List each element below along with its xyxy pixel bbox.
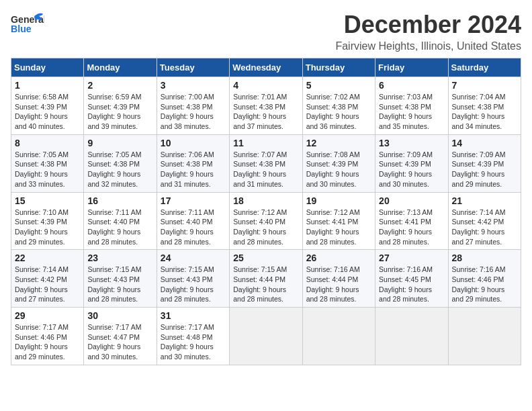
- logo: General Blue: [11, 11, 44, 38]
- calendar-cell: 24Sunrise: 7:15 AMSunset: 4:43 PMDayligh…: [157, 250, 229, 308]
- col-saturday: Saturday: [448, 58, 521, 77]
- day-number: 20: [379, 195, 444, 206]
- day-info: Sunrise: 7:12 AMSunset: 4:41 PMDaylight:…: [306, 208, 371, 247]
- day-number: 11: [233, 138, 298, 148]
- day-info: Sunrise: 7:08 AMSunset: 4:39 PMDaylight:…: [306, 150, 371, 189]
- day-number: 13: [379, 138, 444, 148]
- day-info: Sunrise: 7:16 AMSunset: 4:45 PMDaylight:…: [379, 265, 444, 304]
- day-number: 26: [306, 253, 371, 263]
- calendar-cell: 23Sunrise: 7:15 AMSunset: 4:43 PMDayligh…: [84, 250, 157, 308]
- day-info: Sunrise: 7:14 AMSunset: 4:42 PMDaylight:…: [452, 208, 517, 247]
- day-number: 4: [233, 80, 298, 91]
- calendar-row: 29Sunrise: 7:17 AMSunset: 4:46 PMDayligh…: [11, 308, 521, 365]
- calendar-cell: 14Sunrise: 7:09 AMSunset: 4:39 PMDayligh…: [448, 134, 521, 192]
- calendar-cell: 5Sunrise: 7:02 AMSunset: 4:38 PMDaylight…: [302, 77, 375, 135]
- day-info: Sunrise: 7:15 AMSunset: 4:44 PMDaylight:…: [233, 265, 298, 304]
- calendar-cell: [302, 308, 375, 365]
- day-info: Sunrise: 7:16 AMSunset: 4:46 PMDaylight:…: [452, 265, 517, 304]
- col-friday: Friday: [375, 58, 448, 77]
- day-number: 5: [306, 80, 371, 91]
- calendar-cell: 18Sunrise: 7:12 AMSunset: 4:40 PMDayligh…: [230, 192, 302, 250]
- day-info: Sunrise: 7:13 AMSunset: 4:41 PMDaylight:…: [379, 208, 444, 247]
- calendar-cell: 7Sunrise: 7:04 AMSunset: 4:38 PMDaylight…: [448, 77, 521, 135]
- calendar-cell: 8Sunrise: 7:05 AMSunset: 4:38 PMDaylight…: [11, 134, 84, 192]
- day-number: 19: [306, 195, 371, 206]
- day-number: 2: [87, 80, 152, 91]
- day-info: Sunrise: 7:07 AMSunset: 4:38 PMDaylight:…: [233, 150, 298, 189]
- day-info: Sunrise: 7:02 AMSunset: 4:38 PMDaylight:…: [306, 92, 371, 132]
- day-info: Sunrise: 7:04 AMSunset: 4:38 PMDaylight:…: [452, 92, 517, 132]
- col-monday: Monday: [84, 58, 157, 77]
- day-number: 31: [161, 310, 226, 321]
- day-number: 29: [15, 310, 80, 321]
- calendar-cell: 12Sunrise: 7:08 AMSunset: 4:39 PMDayligh…: [302, 134, 375, 192]
- day-info: Sunrise: 7:15 AMSunset: 4:43 PMDaylight:…: [87, 265, 152, 304]
- day-number: 9: [87, 138, 152, 148]
- calendar-cell: 30Sunrise: 7:17 AMSunset: 4:47 PMDayligh…: [84, 308, 157, 365]
- col-thursday: Thursday: [302, 58, 375, 77]
- day-info: Sunrise: 7:11 AMSunset: 4:40 PMDaylight:…: [87, 208, 152, 247]
- day-number: 14: [452, 138, 517, 148]
- day-number: 23: [87, 253, 152, 263]
- day-info: Sunrise: 6:59 AMSunset: 4:39 PMDaylight:…: [87, 92, 152, 132]
- day-info: Sunrise: 7:17 AMSunset: 4:47 PMDaylight:…: [87, 322, 152, 362]
- day-info: Sunrise: 7:11 AMSunset: 4:40 PMDaylight:…: [161, 208, 226, 247]
- calendar-row: 15Sunrise: 7:10 AMSunset: 4:39 PMDayligh…: [11, 192, 521, 250]
- day-number: 3: [161, 80, 226, 91]
- day-info: Sunrise: 7:05 AMSunset: 4:38 PMDaylight:…: [15, 150, 80, 189]
- day-number: 12: [306, 138, 371, 148]
- day-info: Sunrise: 7:03 AMSunset: 4:38 PMDaylight:…: [379, 92, 444, 132]
- day-info: Sunrise: 7:16 AMSunset: 4:44 PMDaylight:…: [306, 265, 371, 304]
- calendar-cell: 13Sunrise: 7:09 AMSunset: 4:39 PMDayligh…: [375, 134, 448, 192]
- col-sunday: Sunday: [11, 58, 84, 77]
- day-info: Sunrise: 7:06 AMSunset: 4:38 PMDaylight:…: [161, 150, 226, 189]
- location-title: Fairview Heights, Illinois, United State…: [335, 40, 521, 52]
- calendar-row: 1Sunrise: 6:58 AMSunset: 4:39 PMDaylight…: [11, 77, 521, 135]
- calendar-cell: [230, 308, 302, 365]
- day-info: Sunrise: 7:09 AMSunset: 4:39 PMDaylight:…: [452, 150, 517, 189]
- day-number: 21: [452, 195, 517, 206]
- day-number: 22: [15, 253, 80, 263]
- logo-icon: General Blue: [11, 11, 44, 38]
- day-number: 16: [87, 195, 152, 206]
- day-number: 7: [452, 80, 517, 91]
- col-tuesday: Tuesday: [157, 58, 229, 77]
- month-title: December 2024: [335, 11, 521, 39]
- calendar-cell: 20Sunrise: 7:13 AMSunset: 4:41 PMDayligh…: [375, 192, 448, 250]
- svg-text:Blue: Blue: [11, 24, 32, 34]
- day-number: 1: [15, 80, 80, 91]
- day-number: 6: [379, 80, 444, 91]
- day-info: Sunrise: 7:17 AMSunset: 4:46 PMDaylight:…: [15, 322, 80, 362]
- day-info: Sunrise: 7:09 AMSunset: 4:39 PMDaylight:…: [379, 150, 444, 189]
- day-info: Sunrise: 7:05 AMSunset: 4:38 PMDaylight:…: [87, 150, 152, 189]
- calendar-cell: [375, 308, 448, 365]
- calendar-row: 8Sunrise: 7:05 AMSunset: 4:38 PMDaylight…: [11, 134, 521, 192]
- day-number: 17: [161, 195, 226, 206]
- calendar-cell: [448, 308, 521, 365]
- calendar-cell: 22Sunrise: 7:14 AMSunset: 4:42 PMDayligh…: [11, 250, 84, 308]
- day-info: Sunrise: 7:15 AMSunset: 4:43 PMDaylight:…: [161, 265, 226, 304]
- calendar-cell: 4Sunrise: 7:01 AMSunset: 4:38 PMDaylight…: [230, 77, 302, 135]
- day-number: 15: [15, 195, 80, 206]
- day-number: 18: [233, 195, 298, 206]
- calendar-cell: 16Sunrise: 7:11 AMSunset: 4:40 PMDayligh…: [84, 192, 157, 250]
- day-number: 24: [161, 253, 226, 263]
- title-section: December 2024 Fairview Heights, Illinois…: [335, 11, 521, 52]
- day-info: Sunrise: 7:01 AMSunset: 4:38 PMDaylight:…: [233, 92, 298, 132]
- day-number: 30: [87, 310, 152, 321]
- calendar-cell: 6Sunrise: 7:03 AMSunset: 4:38 PMDaylight…: [375, 77, 448, 135]
- day-number: 27: [379, 253, 444, 263]
- calendar-cell: 26Sunrise: 7:16 AMSunset: 4:44 PMDayligh…: [302, 250, 375, 308]
- day-info: Sunrise: 6:58 AMSunset: 4:39 PMDaylight:…: [15, 92, 80, 132]
- calendar-cell: 17Sunrise: 7:11 AMSunset: 4:40 PMDayligh…: [157, 192, 229, 250]
- day-number: 8: [15, 138, 80, 148]
- calendar-cell: 29Sunrise: 7:17 AMSunset: 4:46 PMDayligh…: [11, 308, 84, 365]
- day-info: Sunrise: 7:10 AMSunset: 4:39 PMDaylight:…: [15, 208, 80, 247]
- calendar-row: 22Sunrise: 7:14 AMSunset: 4:42 PMDayligh…: [11, 250, 521, 308]
- col-wednesday: Wednesday: [230, 58, 302, 77]
- day-info: Sunrise: 7:14 AMSunset: 4:42 PMDaylight:…: [15, 265, 80, 304]
- calendar-cell: 2Sunrise: 6:59 AMSunset: 4:39 PMDaylight…: [84, 77, 157, 135]
- calendar-cell: 11Sunrise: 7:07 AMSunset: 4:38 PMDayligh…: [230, 134, 302, 192]
- day-number: 10: [161, 138, 226, 148]
- day-info: Sunrise: 7:12 AMSunset: 4:40 PMDaylight:…: [233, 208, 298, 247]
